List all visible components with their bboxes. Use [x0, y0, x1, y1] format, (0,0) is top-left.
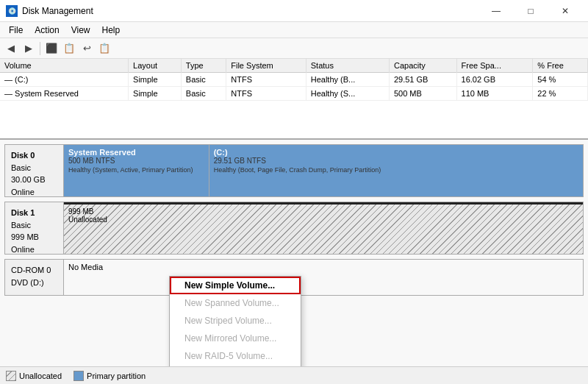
- table-row[interactable]: — System Reserved Simple Basic NTFS Heal…: [0, 87, 588, 101]
- legend-primary-box: [74, 371, 84, 381]
- disk0-type: Basic: [11, 162, 57, 174]
- cdrom-label: CD-ROM 0 DVD (D:): [5, 260, 64, 295]
- col-status[interactable]: Status: [306, 59, 389, 73]
- toolbar-btn2[interactable]: 📋: [61, 40, 77, 57]
- part-sysres-health: Healthy (System, Active, Primary Partiti…: [68, 166, 204, 174]
- volume-table: Volume Layout Type File System Status Ca…: [0, 59, 588, 140]
- disk1-row: Disk 1 Basic 999 MB Online 999 MB Unallo…: [4, 202, 584, 255]
- row1-fs: NTFS: [226, 87, 306, 101]
- row1-status: Healthy (S...: [306, 87, 389, 101]
- row1-layout: Simple: [129, 87, 182, 101]
- unalloc-label: Unallocated: [68, 216, 578, 224]
- row0-fs: NTFS: [226, 73, 306, 87]
- ctx-new-simple[interactable]: New Simple Volume...: [170, 277, 301, 294]
- disk0-row: Disk 0 Basic 30.00 GB Online System Rese…: [4, 144, 584, 197]
- disk1-size: 999 MB: [11, 231, 57, 243]
- col-freespace[interactable]: Free Spa...: [456, 59, 533, 73]
- disk0-size: 30.00 GB: [11, 174, 57, 186]
- disk1-label: Disk 1 Basic 999 MB Online: [5, 202, 64, 254]
- toolbar-btn4[interactable]: 📋: [96, 40, 112, 57]
- title-bar-controls: — □ ✕: [479, 4, 582, 18]
- context-menu: New Simple Volume... New Spanned Volume.…: [169, 276, 301, 366]
- cdrom-status: No Media: [68, 263, 578, 271]
- toolbar-btn1[interactable]: ⬛: [43, 40, 60, 57]
- col-layout[interactable]: Layout: [129, 59, 182, 73]
- row0-capacity: 29.51 GB: [389, 73, 456, 87]
- partition-system-reserved[interactable]: System Reserved 500 MB NTFS Healthy (Sys…: [64, 145, 209, 196]
- disk0-label: Disk 0 Basic 30.00 GB Online: [5, 145, 64, 196]
- part-sysres-name: System Reserved: [68, 148, 204, 157]
- disk1-partitions: 999 MB Unallocated: [64, 202, 583, 254]
- title-bar: 💿 Disk Management — □ ✕: [0, 0, 588, 22]
- row1-free: 110 MB: [456, 87, 533, 101]
- part-sysres-details: 500 MB NTFS: [68, 157, 204, 165]
- menu-bar: File Action View Help: [0, 22, 588, 38]
- menu-help[interactable]: Help: [96, 24, 126, 37]
- toolbar-back[interactable]: ◀: [3, 40, 19, 57]
- row0-volume: — (C:): [0, 73, 129, 87]
- col-filesystem[interactable]: File System: [226, 59, 306, 73]
- part-c-name: (C:): [214, 148, 578, 157]
- ctx-new-striped: New Striped Volume...: [170, 312, 301, 330]
- ctx-new-raid5: New RAID-5 Volume...: [170, 347, 301, 365]
- ctx-new-spanned: New Spanned Volume...: [170, 294, 301, 312]
- toolbar-sep1: [40, 42, 40, 55]
- partition-c-drive[interactable]: (C:) 29.51 GB NTFS Healthy (Boot, Page F…: [209, 145, 583, 196]
- app-icon: 💿: [6, 5, 18, 17]
- row1-pctfree: 22 %: [533, 87, 588, 101]
- toolbar-forward[interactable]: ▶: [21, 40, 37, 57]
- table-row[interactable]: — (C:) Simple Basic NTFS Healthy (B... 2…: [0, 73, 588, 87]
- toolbar-btn3[interactable]: ↩: [79, 40, 95, 57]
- row0-free: 16.02 GB: [456, 73, 533, 87]
- row0-status: Healthy (B...: [306, 73, 389, 87]
- col-capacity[interactable]: Capacity: [389, 59, 456, 73]
- row0-layout: Simple: [129, 73, 182, 87]
- row0-type: Basic: [181, 73, 226, 87]
- toolbar: ◀ ▶ ⬛ 📋 ↩ 📋: [0, 38, 588, 59]
- legend-unalloc-box: [6, 371, 16, 381]
- legend-unalloc-label: Unallocated: [19, 371, 62, 380]
- row1-volume: — System Reserved: [0, 87, 129, 101]
- col-type[interactable]: Type: [181, 59, 226, 73]
- title-text: Disk Management: [22, 6, 93, 16]
- disk0-partitions: System Reserved 500 MB NTFS Healthy (Sys…: [64, 145, 583, 196]
- row1-type: Basic: [181, 87, 226, 101]
- title-bar-left: 💿 Disk Management: [6, 5, 93, 17]
- ctx-new-mirrored: New Mirrored Volume...: [170, 330, 301, 347]
- disk0-name: Disk 0: [11, 149, 57, 162]
- part-c-details: 29.51 GB NTFS: [214, 157, 578, 165]
- main-content: Volume Layout Type File System Status Ca…: [0, 59, 588, 384]
- menu-file[interactable]: File: [3, 24, 29, 37]
- cdrom-type: DVD (D:): [11, 277, 57, 289]
- disk1-status: Online: [11, 243, 57, 256]
- row0-pctfree: 54 %: [533, 73, 588, 87]
- unalloc-size: 999 MB: [68, 207, 578, 216]
- part-c-health: Healthy (Boot, Page File, Crash Dump, Pr…: [214, 166, 578, 174]
- col-volume[interactable]: Volume: [0, 59, 129, 73]
- minimize-button[interactable]: —: [479, 4, 513, 18]
- legend-primary-label: Primary partition: [87, 371, 146, 380]
- maximize-button[interactable]: □: [514, 4, 548, 18]
- status-bar: Unallocated Primary partition: [0, 366, 588, 384]
- menu-view[interactable]: View: [65, 24, 96, 37]
- cdrom-body: No Media: [64, 260, 583, 295]
- disk1-name: Disk 1: [11, 207, 57, 219]
- cdrom-name: CD-ROM 0: [11, 264, 57, 277]
- close-button[interactable]: ✕: [548, 4, 582, 18]
- legend-primary: Primary partition: [74, 371, 146, 381]
- col-percentfree[interactable]: % Free: [533, 59, 588, 73]
- disk1-type: Basic: [11, 219, 57, 232]
- disk-area: Disk 0 Basic 30.00 GB Online System Rese…: [0, 140, 588, 366]
- row1-capacity: 500 MB: [389, 87, 456, 101]
- legend-unallocated: Unallocated: [6, 371, 62, 381]
- menu-action[interactable]: Action: [29, 24, 65, 37]
- disk0-status: Online: [11, 186, 57, 199]
- partition-unallocated[interactable]: 999 MB Unallocated: [64, 202, 583, 254]
